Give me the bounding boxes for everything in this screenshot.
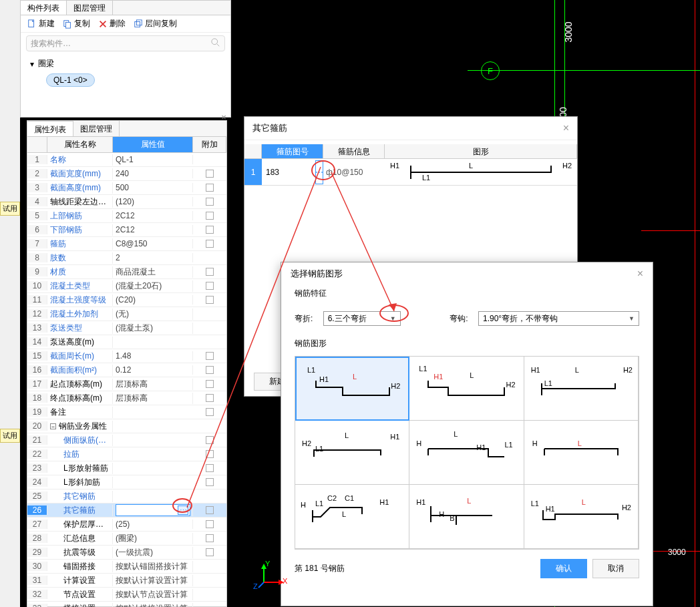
search-input[interactable]: 搜索构件… [26,35,225,51]
shape-option[interactable]: H L [524,421,639,485]
checkbox[interactable] [206,436,214,444]
property-row[interactable]: 18终点顶标高(m)层顶标高 [27,391,226,405]
property-row[interactable]: 33搭接设置按默认搭接设置计算 [27,602,226,607]
checkbox[interactable] [206,268,214,276]
close-icon[interactable]: × [637,268,643,280]
property-row[interactable]: 16截面面积(m²)0.12 [27,363,226,377]
property-row[interactable]: 15截面周长(m)1.48 [27,349,226,363]
ellipsis-button[interactable]: ⋯ [315,160,323,184]
property-row[interactable]: 28汇总信息(圈梁) [27,532,226,546]
checkbox[interactable] [206,170,214,178]
checkbox[interactable] [206,450,214,458]
property-row[interactable]: 11混凝土强度等级(C20) [27,293,226,307]
shape-option[interactable]: H1 L H B [409,485,524,549]
col-shape[interactable]: 图形 [385,144,577,158]
checkbox[interactable] [206,394,214,402]
property-row[interactable]: 12混凝土外加剂(无) [27,307,226,321]
property-row[interactable]: 4轴线距梁左边…(120) [27,195,226,209]
property-row[interactable]: 27保护层厚…(25) [27,518,226,532]
new-button[interactable]: 新建 [27,18,55,29]
cancel-button[interactable]: 取消 [592,559,639,578]
property-row[interactable]: 1名称QL-1 [27,153,226,167]
property-row[interactable]: 13泵送类型(混凝土泵) [27,321,226,335]
checkbox[interactable] [206,380,214,388]
checkbox[interactable] [206,534,214,542]
shape-option[interactable]: L1 H1 L H2 [524,485,639,549]
layer-copy-button[interactable]: 层间复制 [134,18,177,29]
checkbox[interactable] [206,226,214,234]
select-rebar-shape-dialog: 选择钢筋图形 × 钢筋特征 弯折: 6.三个弯折 ▼ 弯钩: 1.90°弯折，不… [281,262,653,606]
property-row[interactable]: 8肢数2 [27,251,226,265]
property-header: 属性名称 属性值 附加 [27,137,226,153]
bend-combo[interactable]: 6.三个弯折 ▼ [323,311,401,326]
shape-option[interactable]: L2 H2 L H1 [524,549,639,550]
property-row[interactable]: 14泵送高度(m) [27,335,226,349]
tree-item-ql1[interactable]: QL-1 <0> [46,73,95,87]
stirrup-number-cell[interactable]: 183 [262,168,315,177]
property-panel: 属性列表 图层管理 属性名称 属性值 附加 1名称QL-12截面宽度(mm)24… [27,120,227,607]
hook-combo[interactable]: 1.90°弯折，不带弯钩 ▼ [478,311,639,326]
property-row[interactable]: 9材质商品混凝土 [27,265,226,279]
property-row[interactable]: 30锚固搭接按默认锚固搭接计算 [27,560,226,574]
tab-properties[interactable]: 属性列表 [27,121,73,136]
member-list-panel: 构件列表 图层管理 新建 复制 删除 层间复制 搜索构件… ▾ 圈梁 QL-1 [20,0,231,118]
close-icon[interactable]: × [563,122,569,134]
tab-layer-manage[interactable]: 图层管理 [67,1,113,15]
checkbox[interactable] [206,296,214,304]
delete-button[interactable]: 删除 [98,18,126,29]
stirrup-shape-cell: H1 L L1 H2 [385,163,577,182]
shape-option[interactable]: L1 H1 L H2 [409,357,524,421]
checkbox[interactable] [206,478,214,486]
checkbox[interactable] [206,366,214,374]
shape-option-181[interactable]: L1 H1 L H2 [295,357,409,421]
col-stirrup-info[interactable]: 箍筋信息 [323,144,385,158]
shape-option[interactable]: L2 L1 H1 [409,549,524,550]
shape-option[interactable]: H2 L2 H1 [295,549,409,550]
property-row[interactable]: 22拉筋 [27,447,226,461]
tree-node-root[interactable]: ▾ 圈梁 [30,58,221,69]
stirrup-info-cell[interactable]: ф10@150 [323,168,385,177]
checkbox[interactable] [206,408,214,416]
shape-option[interactable]: H L1 C2 C1 H1 L [295,485,409,549]
property-row[interactable]: 31计算设置按默认计算设置计算 [27,574,226,588]
checkbox[interactable] [206,506,214,514]
checkbox[interactable] [206,520,214,528]
property-row[interactable]: 25其它钢筋 [27,489,226,503]
checkbox[interactable] [206,352,214,360]
property-row[interactable]: 17起点顶标高(m)层顶标高 [27,377,226,391]
shape-option[interactable]: H2 L H1 L1 [295,421,409,485]
checkbox[interactable] [206,198,214,206]
ok-button[interactable]: 确认 [540,559,587,578]
property-row[interactable]: 7箍筋C8@150 [27,237,226,251]
property-row[interactable]: 24L形斜加筋 [27,475,226,489]
col-stirrup-number[interactable]: 箍筋图号 [262,144,323,158]
property-row[interactable]: 29抗震等级(一级抗震) [27,546,226,560]
shape-grid: L1 H1 L H2 L1 H1 L H2 H1 L H2 L1 H2 L H1… [295,356,639,550]
axis-gizmo: Y X Z [257,562,281,586]
tab-layer[interactable]: 图层管理 [73,121,120,136]
property-row[interactable]: 5上部钢筋2C12 [27,209,226,223]
ellipsis-button[interactable]: ⋯ [178,505,188,515]
stirrup-row[interactable]: 1 183 ⋯ ф10@150 H1 L L1 H2 [244,159,577,186]
property-row[interactable]: 10混凝土类型(混凝土20石) [27,279,226,293]
property-row[interactable]: 19备注 [27,405,226,419]
property-row[interactable]: 26其它箍筋⋯ [27,503,226,518]
property-row[interactable]: 2截面宽度(mm)240 [27,167,226,181]
property-row[interactable]: 20−钢筋业务属性 [27,419,226,433]
checkbox[interactable] [206,464,214,472]
checkbox[interactable] [206,184,214,192]
property-row[interactable]: 3截面高度(mm)500 [27,181,226,195]
copy-button[interactable]: 复制 [63,18,90,29]
shape-option[interactable]: H1 L H2 L1 [524,357,639,421]
checkbox[interactable] [206,282,214,290]
property-row[interactable]: 32节点设置按默认节点设置计算 [27,588,226,602]
property-row[interactable]: 23L形放射箍筋 [27,461,226,475]
property-row[interactable]: 21侧面纵筋(… [27,433,226,447]
checkbox[interactable] [206,240,214,248]
shape-option[interactable]: H L H1 L1 [409,421,524,485]
tab-member-list[interactable]: 构件列表 [21,1,67,15]
checkbox[interactable] [206,548,214,556]
checkbox[interactable] [206,212,214,220]
property-row[interactable]: 6下部钢筋2C12 [27,223,226,237]
shape-heading: 钢筋图形 [281,335,653,352]
